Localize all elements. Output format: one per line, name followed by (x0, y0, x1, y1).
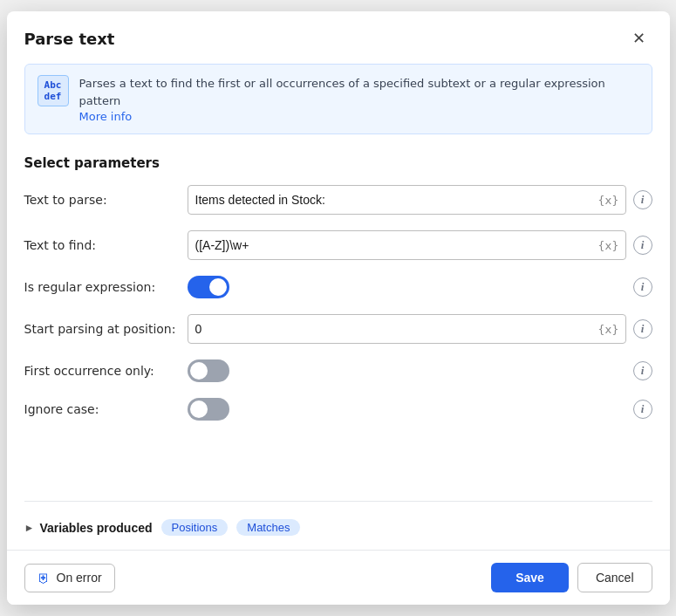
dialog-header: Parse text ✕ (7, 11, 670, 64)
is-regex-label: Is regular expression: (24, 280, 177, 294)
ignore-case-row: Ignore case: i (24, 398, 652, 421)
first-occurrence-row: First occurrence only: i (24, 359, 652, 382)
dialog-footer: ⛨ On error Save Cancel (7, 550, 670, 605)
shield-icon: ⛨ (38, 571, 51, 585)
text-to-parse-row: Text to parse: {x} i (24, 185, 652, 215)
is-regex-control: i (188, 276, 652, 298)
first-occurrence-info-icon[interactable]: i (633, 361, 652, 380)
more-info-link[interactable]: More info (79, 110, 133, 123)
cancel-button[interactable]: Cancel (577, 563, 652, 592)
ignore-case-control: i (188, 398, 652, 421)
first-occurrence-toggle[interactable] (188, 359, 229, 382)
text-to-find-row: Text to find: {x} i (24, 230, 652, 260)
banner-description: Parses a text to find the first or all o… (79, 75, 639, 109)
start-position-input[interactable] (188, 314, 626, 344)
text-to-find-input[interactable] (188, 230, 626, 260)
form-body: Text to parse: {x} i Text to find: {x} i (7, 185, 670, 494)
variables-toggle-button[interactable]: ► Variables produced (24, 521, 153, 535)
variables-label: Variables produced (39, 521, 152, 535)
save-button[interactable]: Save (491, 563, 569, 592)
parse-text-dialog: Parse text ✕ Abcdef Parses a text to fin… (7, 11, 670, 605)
ignore-case-label: Ignore case: (24, 402, 177, 416)
text-to-parse-control: {x} i (188, 185, 652, 215)
text-to-parse-input-wrap: {x} (188, 185, 626, 215)
chevron-right-icon: ► (24, 522, 35, 534)
text-to-parse-input[interactable] (188, 185, 626, 215)
start-position-label: Start parsing at position: (24, 322, 177, 336)
ignore-case-info-icon[interactable]: i (633, 400, 652, 419)
section-title: Select parameters (7, 148, 670, 185)
first-occurrence-control: i (188, 359, 652, 382)
text-to-find-label: Text to find: (24, 238, 177, 252)
close-button[interactable]: ✕ (626, 25, 652, 51)
text-to-find-info-icon[interactable]: i (633, 236, 652, 255)
divider (24, 501, 652, 502)
is-regex-toggle[interactable] (188, 276, 229, 298)
start-position-control: {x} i (188, 314, 652, 344)
matches-badge[interactable]: Matches (236, 519, 300, 536)
info-banner: Abcdef Parses a text to find the first o… (24, 64, 652, 134)
text-to-find-input-wrap: {x} (188, 230, 626, 260)
start-position-info-icon[interactable]: i (633, 319, 652, 339)
footer-right: Save Cancel (491, 563, 652, 592)
dialog-title: Parse text (24, 30, 115, 48)
on-error-label: On error (57, 571, 102, 585)
start-position-input-wrap: {x} (188, 314, 626, 344)
variables-row: ► Variables produced Positions Matches (7, 516, 670, 550)
is-regex-row: Is regular expression: i (24, 276, 652, 298)
ignore-case-toggle[interactable] (188, 398, 229, 421)
is-regex-info-icon[interactable]: i (633, 277, 652, 297)
banner-content: Parses a text to find the first or all o… (79, 75, 639, 123)
first-occurrence-label: First occurrence only: (24, 364, 177, 378)
text-to-parse-info-icon[interactable]: i (633, 190, 652, 209)
banner-icon: Abcdef (38, 75, 69, 106)
start-position-row: Start parsing at position: {x} i (24, 314, 652, 344)
on-error-button[interactable]: ⛨ On error (24, 564, 115, 592)
positions-badge[interactable]: Positions (161, 519, 229, 536)
text-to-find-control: {x} i (188, 230, 652, 260)
text-to-parse-label: Text to parse: (24, 193, 177, 207)
